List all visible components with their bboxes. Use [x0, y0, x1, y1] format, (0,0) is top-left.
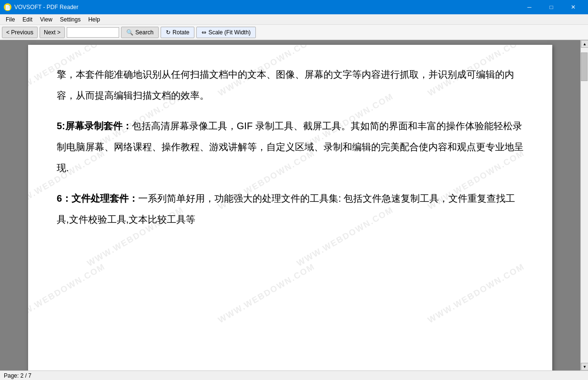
section-5-title: 5:屏幕录制套件：	[57, 121, 132, 131]
scroll-up-arrow[interactable]: ▲	[581, 40, 588, 48]
scale-label: Scale (Fit Width)	[208, 29, 251, 36]
scale-icon: ⇔	[202, 29, 206, 36]
minimize-button[interactable]: ─	[518, 0, 540, 14]
search-icon: 🔍	[126, 29, 133, 36]
rotate-button[interactable]: ↻ Rotate	[161, 27, 194, 38]
search-button[interactable]: 🔍 Search	[121, 27, 159, 38]
pdf-page: WWW.WEBDOWN.COM WWW.WEBDOWN.COM WWW.WEBD…	[28, 45, 552, 370]
rotate-label: Rotate	[172, 29, 189, 36]
menu-help[interactable]: Help	[84, 15, 104, 24]
page-input[interactable]	[67, 27, 119, 38]
title-bar-left: 📄 VOVSOFT - PDF Reader	[4, 3, 78, 11]
page-status: Page: 2 / 7	[4, 372, 31, 379]
menu-view[interactable]: View	[36, 15, 56, 24]
previous-button[interactable]: < Previous	[2, 27, 38, 38]
app-icon: 📄	[4, 3, 11, 11]
toolbar: < Previous Next > 🔍 Search ↻ Rotate ⇔ Sc…	[0, 25, 588, 40]
pdf-content: 擎，本套件能准确地识别从任何扫描文档中的文本、图像、屏幕的文字等内容进行抓取，并…	[57, 64, 524, 230]
status-bar: Page: 2 / 7	[0, 370, 588, 380]
search-label: Search	[135, 29, 153, 36]
pdf-scroll[interactable]: WWW.WEBDOWN.COM WWW.WEBDOWN.COM WWW.WEBD…	[0, 40, 580, 370]
title-bar: 📄 VOVSOFT - PDF Reader ─ □ ✕	[0, 0, 588, 14]
section-6: 6：文件处理套件：一系列简单好用，功能强大的处理文件的工具集: 包括文件急速复制…	[57, 188, 524, 230]
scrollbar-track[interactable]	[581, 48, 588, 363]
menu-bar: File Edit View Settings Help	[0, 14, 588, 25]
menu-file[interactable]: File	[2, 15, 19, 24]
close-button[interactable]: ✕	[562, 0, 584, 14]
rotate-icon: ↻	[166, 29, 171, 36]
paragraph-1: 擎，本套件能准确地识别从任何扫描文档中的文本、图像、屏幕的文字等内容进行抓取，并…	[57, 64, 524, 106]
scrollbar-thumb[interactable]	[581, 52, 588, 81]
section-5: 5:屏幕录制套件：包括高清屏幕录像工具，GIF 录制工具、截屏工具。其如简的界面…	[57, 115, 524, 178]
title-controls: ─ □ ✕	[518, 0, 584, 14]
menu-settings[interactable]: Settings	[56, 15, 84, 24]
scale-button[interactable]: ⇔ Scale (Fit Width)	[196, 27, 256, 38]
scroll-down-arrow[interactable]: ▼	[581, 363, 588, 370]
content-wrapper: WWW.WEBDOWN.COM WWW.WEBDOWN.COM WWW.WEBD…	[0, 40, 588, 370]
section-6-title: 6：文件处理套件：	[57, 193, 138, 204]
maximize-button[interactable]: □	[540, 0, 562, 14]
menu-edit[interactable]: Edit	[19, 15, 36, 24]
title-text: VOVSOFT - PDF Reader	[14, 4, 78, 10]
scrollbar-right[interactable]: ▲ ▼	[580, 40, 588, 370]
next-button[interactable]: Next >	[40, 27, 65, 38]
